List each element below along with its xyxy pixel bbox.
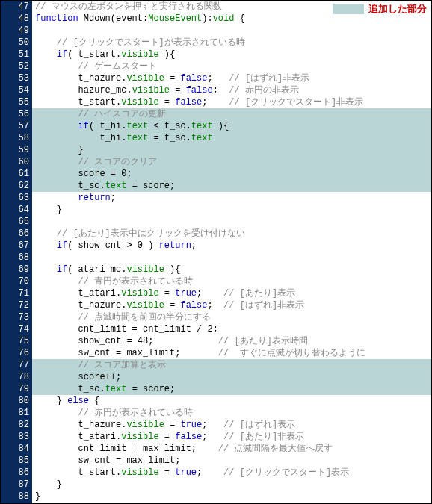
line-number: 77 [1,359,29,371]
code-line: score++; [32,371,431,383]
line-number: 69 [1,264,29,276]
line-number: 84 [1,443,29,455]
code-line: t_hazure.visible = false; // [はずれ]非表示 [32,72,431,84]
code-line: if( atari_mc.visible ){ [32,264,431,276]
code-line [32,252,431,264]
line-number: 49 [1,25,29,37]
legend-label: 追加した部分 [368,2,427,16]
line-number: 56 [1,108,29,120]
line-number: 70 [1,276,29,287]
legend-swatch [333,4,364,14]
line-number: 50 [1,37,29,49]
line-number: 48 [1,13,29,25]
code-line: if( t_hi.text < t_sc.text ){ [32,120,431,132]
code-line: // [クリックでスタート]が表示されている時 [32,37,431,49]
line-number: 88 [1,491,29,503]
line-number: 72 [1,299,29,311]
code-line: } [32,491,431,503]
line-number: 86 [1,467,29,479]
line-number: 61 [1,168,29,180]
line-number: 73 [1,311,29,323]
code-line: t_hazure.visible = true; // [はずれ]表示 [32,419,431,431]
line-number: 75 [1,335,29,347]
code-line: if( show_cnt > 0 ) return; [32,240,431,252]
code-line [32,25,431,37]
code-line: // 赤円が表示されている時 [32,407,431,419]
code-line: t_sc.text = score; [32,180,431,192]
code-line: // 青円が表示されている時 [32,276,431,287]
line-number: 57 [1,120,29,132]
line-number: 78 [1,371,29,383]
line-number: 76 [1,347,29,359]
code-line: t_atari.visible = false; // [あたり]非表示 [32,431,431,443]
line-number: 62 [1,180,29,192]
code-line: t_start.visible = true; // [クリックでスタート]表示 [32,467,431,479]
line-number: 85 [1,455,29,467]
code-line: if( t_start.visible ){ [32,49,431,60]
code-line [32,216,431,228]
line-number: 68 [1,252,29,264]
code-line: // スコアのクリア [32,156,431,168]
code-line: hazure_mc.visible = false; // 赤円の非表示 [32,84,431,96]
code-line: t_start.visible = false; // [クリックでスタート]非… [32,96,431,108]
code-line: score = 0; [32,168,431,180]
code-line: t_sc.text = score; [32,383,431,395]
code-line: // [あたり]表示中はクリックを受け付けない [32,228,431,240]
line-number: 54 [1,84,29,96]
line-number: 52 [1,60,29,72]
line-number-gutter: 4748495051525354555657585960616263646566… [1,1,32,503]
line-number: 71 [1,287,29,299]
code-line: sw_cnt = max_limit; // すぐに点滅が切り替わるように [32,347,431,359]
line-number: 51 [1,49,29,60]
code-line: // ハイスコアの更新 [32,108,431,120]
code-line: return; [32,192,431,204]
line-number: 80 [1,395,29,407]
legend: 追加した部分 [330,2,430,16]
code-line: cnt_limit = cnt_limit / 2; [32,323,431,335]
code-listing: 4748495051525354555657585960616263646566… [0,0,432,504]
code-line: show_cnt = 48; // [あたり]表示時間 [32,335,431,347]
line-number: 60 [1,156,29,168]
line-number: 67 [1,240,29,252]
line-number: 65 [1,216,29,228]
line-number: 59 [1,144,29,156]
code-line: // スコア加算と表示 [32,359,431,371]
code-area: // マウスの左ボタンを押すと実行される関数function Mdown(eve… [32,1,431,503]
code-line: } [32,479,431,491]
line-number: 64 [1,204,29,216]
code-line: // ゲームスタート [32,60,431,72]
code-line: t_hazure.visible = false; // [はずれ]非表示 [32,299,431,311]
line-number: 87 [1,479,29,491]
code-line: } else { [32,395,431,407]
line-number: 83 [1,431,29,443]
line-number: 55 [1,96,29,108]
code-line: } [32,144,431,156]
line-number: 82 [1,419,29,431]
line-number: 81 [1,407,29,419]
line-number: 66 [1,228,29,240]
line-number: 74 [1,323,29,335]
line-number: 79 [1,383,29,395]
code-line: t_atari.visible = true; // [あたり]表示 [32,287,431,299]
code-line: t_hi.text = t_sc.text [32,132,431,144]
code-line: cnt_limit = max_limit; // 点滅間隔を最大値へ戻す [32,443,431,455]
line-number: 63 [1,192,29,204]
code-line: sw_cnt = max_limit; [32,455,431,467]
code-line: // 点滅時間を前回の半分にする [32,311,431,323]
line-number: 58 [1,132,29,144]
line-number: 53 [1,72,29,84]
code-line: } [32,204,431,216]
line-number: 47 [1,1,29,13]
